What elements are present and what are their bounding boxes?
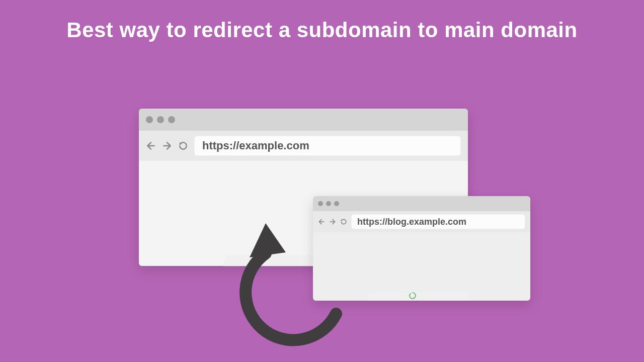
toolbar: https://example.com bbox=[139, 131, 468, 161]
reload-icon bbox=[178, 141, 188, 151]
back-button[interactable] bbox=[146, 141, 156, 151]
loading-spinner-icon bbox=[409, 292, 417, 300]
tab-strip bbox=[368, 293, 519, 301]
traffic-light-zoom-icon bbox=[334, 201, 339, 206]
url-text: https://example.com bbox=[202, 139, 309, 152]
redirect-arrow-icon bbox=[230, 223, 351, 344]
traffic-light-minimize-icon bbox=[326, 201, 331, 206]
nav-controls bbox=[146, 141, 188, 151]
traffic-light-minimize-icon bbox=[157, 116, 164, 123]
arrow-right-icon bbox=[162, 141, 172, 151]
reload-button[interactable] bbox=[178, 141, 188, 151]
address-bar[interactable]: https://blog.example.com bbox=[351, 214, 525, 229]
forward-button[interactable] bbox=[162, 141, 172, 151]
address-bar[interactable]: https://example.com bbox=[194, 136, 461, 156]
titlebar bbox=[313, 196, 530, 211]
page-title: Best way to redirect a subdomain to main… bbox=[0, 0, 644, 42]
titlebar bbox=[139, 109, 468, 131]
arrow-left-icon bbox=[146, 141, 156, 151]
url-text: https://blog.example.com bbox=[357, 217, 466, 227]
svg-marker-0 bbox=[250, 223, 286, 257]
traffic-light-zoom-icon bbox=[168, 116, 175, 123]
traffic-light-close-icon bbox=[318, 201, 323, 206]
browser-tab[interactable] bbox=[368, 293, 470, 301]
traffic-light-close-icon bbox=[146, 116, 153, 123]
illustration-stage: https://example.com bbox=[0, 42, 644, 362]
